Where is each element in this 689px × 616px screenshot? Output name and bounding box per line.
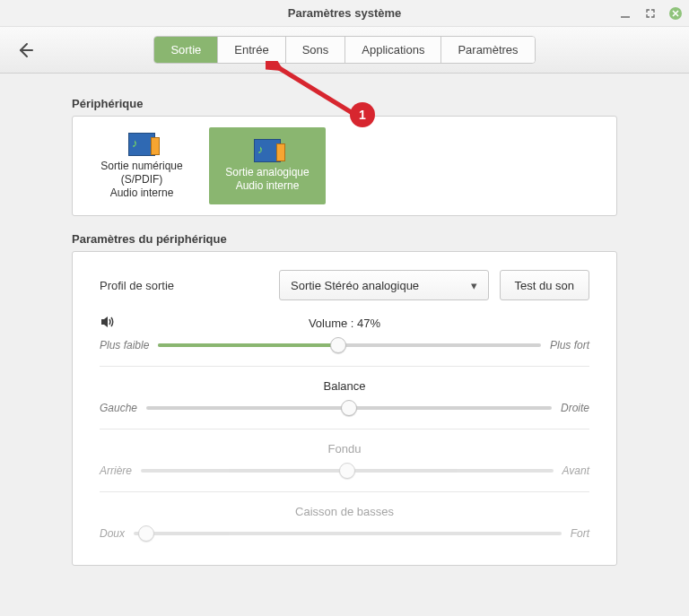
tab-applications[interactable]: Applications [345, 37, 441, 63]
back-button[interactable] [14, 39, 36, 61]
divider [100, 366, 589, 367]
profile-label: Profil de sortie [100, 279, 279, 292]
fade-left-label: Arrière [100, 464, 132, 477]
tab-strip: Sortie Entrée Sons Applications Paramètr… [153, 36, 535, 64]
sub-right-label: Fort [571, 527, 589, 540]
fade-slider [141, 463, 554, 479]
device-line1: Sortie numérique (S/PDIF) [83, 160, 200, 187]
device-line2: Audio interne [236, 179, 300, 193]
content: Périphérique ♪ Sortie numérique (S/PDIF)… [0, 74, 689, 566]
volume-slider[interactable] [158, 337, 541, 353]
volume-right-label: Plus fort [550, 339, 589, 351]
fade-title: Fondu [100, 442, 589, 455]
balance-left-label: Gauche [100, 402, 137, 414]
tab-parametres[interactable]: Paramètres [441, 37, 534, 63]
profile-select[interactable]: Sortie Stéréo analogique ▾ [279, 270, 489, 300]
volume-block: Volume : 47% Plus faible Plus fort [100, 317, 589, 353]
fade-right-label: Avant [563, 464, 589, 477]
balance-title: Balance [100, 379, 589, 393]
headerbar: Sortie Entrée Sons Applications Paramètr… [0, 27, 689, 74]
tab-entree[interactable]: Entrée [218, 37, 285, 63]
window-title: Paramètres système [288, 6, 401, 20]
sub-block: Caisson de basses Doux Fort [100, 505, 589, 542]
balance-slider[interactable] [146, 400, 552, 416]
sub-left-label: Doux [100, 527, 125, 540]
chevron-down-icon: ▾ [471, 279, 477, 292]
device-card-analog[interactable]: ♪ Sortie analogique Audio interne [209, 127, 326, 204]
maximize-button[interactable] [644, 7, 657, 20]
settings-panel: Profil de sortie Sortie Stéréo analogiqu… [72, 251, 617, 566]
divider [100, 429, 589, 429]
device-line2: Audio interne [110, 187, 174, 200]
sub-slider [134, 525, 562, 542]
device-line1: Sortie analogique [225, 166, 309, 179]
tab-sons[interactable]: Sons [286, 37, 346, 63]
minimize-button[interactable] [619, 7, 632, 20]
volume-left-label: Plus faible [100, 339, 149, 351]
sub-title: Caisson de basses [100, 505, 589, 518]
window-controls [619, 0, 682, 27]
speaker-icon [100, 314, 116, 333]
volume-title: Volume : 47% [309, 317, 380, 330]
balance-block: Balance Gauche Droite [100, 379, 589, 416]
fade-block: Fondu Arrière Avant [100, 442, 589, 479]
tab-sortie[interactable]: Sortie [154, 37, 218, 63]
profile-row: Profil de sortie Sortie Stéréo analogiqu… [100, 270, 589, 300]
section-settings-label: Paramètres du périphérique [72, 232, 617, 246]
soundcard-icon: ♪ [254, 139, 281, 162]
balance-right-label: Droite [561, 402, 589, 414]
titlebar: Paramètres système [0, 0, 689, 27]
close-button[interactable] [669, 7, 682, 20]
device-card-spdif[interactable]: ♪ Sortie numérique (S/PDIF) Audio intern… [83, 127, 200, 204]
volume-title-row: Volume : 47% [100, 317, 589, 330]
device-panel: ♪ Sortie numérique (S/PDIF) Audio intern… [72, 116, 617, 216]
test-sound-button[interactable]: Test du son [500, 270, 590, 300]
section-device-label: Périphérique [72, 97, 617, 110]
profile-selected: Sortie Stéréo analogique [291, 279, 419, 292]
divider [100, 491, 589, 492]
soundcard-icon: ♪ [128, 133, 155, 156]
